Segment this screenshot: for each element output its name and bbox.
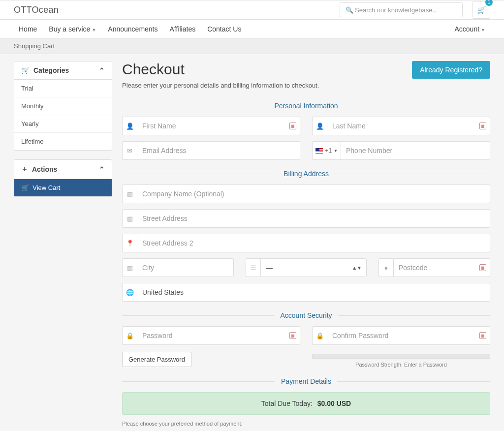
nav-buy-label: Buy a service (49, 25, 90, 33)
view-cart-label: View Cart (32, 184, 60, 191)
us-flag-icon (315, 148, 323, 154)
list-icon: ☰ (246, 258, 260, 277)
street2-input[interactable] (137, 234, 490, 252)
cart-icon: 🛒 (21, 184, 29, 191)
cart-icon: 🛒 (21, 66, 30, 74)
chevron-up-icon: ⌃ (99, 165, 105, 173)
topbar: OTTOcean 🔍 🛒 1 (0, 0, 504, 20)
confirm-password-input[interactable] (327, 326, 490, 345)
caret-down-icon: ▼ (481, 28, 485, 32)
search-input[interactable] (340, 2, 463, 17)
password-strength-label: Password Strength: Enter a Password (312, 362, 490, 368)
plus-icon: ＋ (21, 165, 28, 174)
breadcrumb[interactable]: Shopping Cart (0, 38, 504, 54)
city-input[interactable] (137, 258, 234, 277)
actions-header[interactable]: ＋ Actions ⌃ (14, 160, 112, 179)
caret-down-icon: ▼ (92, 28, 96, 32)
sidebar: 🛒 Categories ⌃ Trial Monthly Yearly Life… (14, 61, 112, 431)
first-name-input[interactable] (137, 117, 300, 135)
building-icon: ▥ (122, 185, 137, 203)
nav-announcements[interactable]: Announcements (103, 21, 162, 37)
action-view-cart[interactable]: 🛒 View Cart (14, 179, 112, 196)
nav-affiliates[interactable]: Affiliates (165, 21, 201, 37)
nav-home[interactable]: Home (14, 21, 42, 37)
lock-icon: 🔒 (122, 326, 137, 345)
category-lifetime[interactable]: Lifetime (14, 133, 112, 150)
page-subtitle: Please enter your personal details and b… (122, 82, 490, 89)
search-wrap: 🔍 (340, 2, 463, 17)
categories-header[interactable]: 🛒 Categories ⌃ (14, 62, 112, 80)
generate-password-button[interactable]: Generate Password (122, 352, 191, 367)
cart-icon: 🛒 (477, 6, 486, 14)
section-personal: Personal Information (268, 102, 344, 110)
category-yearly[interactable]: Yearly (14, 115, 112, 133)
password-input[interactable] (137, 326, 300, 345)
tag-icon: ● (378, 258, 393, 277)
postcode-input[interactable] (393, 258, 490, 277)
nav-contact[interactable]: Contact Us (202, 21, 246, 37)
nav-buy-service[interactable]: Buy a service▼ (44, 21, 101, 37)
company-input[interactable] (137, 185, 490, 203)
already-registered-button[interactable]: Already Registered? (412, 61, 490, 79)
building-icon: ▥ (122, 209, 137, 228)
search-icon: 🔍 (346, 6, 353, 14)
section-billing: Billing Address (278, 170, 335, 178)
chevron-up-icon: ⌃ (99, 66, 105, 74)
cart-button[interactable]: 🛒 1 (472, 1, 490, 19)
mail-icon: ✉ (122, 141, 137, 160)
categories-card: 🛒 Categories ⌃ Trial Monthly Yearly Life… (14, 61, 112, 151)
pin-icon: 📍 (122, 234, 137, 252)
nav-account[interactable]: Account▼ (449, 21, 490, 37)
globe-icon: 🌐 (122, 283, 137, 302)
nav-account-label: Account (454, 25, 479, 33)
phone-country-selector[interactable]: +1 ▼ (312, 141, 341, 160)
state-select[interactable]: — (260, 258, 367, 277)
caret-down-icon: ▼ (334, 149, 338, 153)
total-amount: $0.00 USD (317, 400, 351, 407)
section-payment: Payment Details (275, 377, 337, 385)
total-label: Total Due Today: (261, 400, 313, 407)
brand-logo[interactable]: OTTOcean (14, 5, 59, 15)
category-monthly[interactable]: Monthly (14, 97, 112, 115)
password-strength-bar (312, 354, 490, 359)
total-due-box: Total Due Today: $0.00 USD (122, 392, 490, 415)
section-security: Account Security (274, 311, 338, 319)
building-icon: ▥ (122, 258, 137, 277)
country-input[interactable] (137, 283, 490, 302)
last-name-input[interactable] (327, 117, 490, 135)
content: Already Registered? Checkout Please ente… (122, 61, 490, 431)
navbar: Home Buy a service▼ Announcements Affili… (0, 20, 504, 38)
street1-input[interactable] (137, 209, 490, 228)
categories-title: Categories (33, 66, 69, 74)
email-input[interactable] (137, 141, 300, 160)
phone-input[interactable] (341, 141, 490, 160)
phone-code: +1 (325, 147, 332, 154)
actions-title: Actions (32, 165, 57, 173)
cart-count-badge: 1 (485, 0, 493, 6)
lock-icon: 🔒 (312, 326, 327, 345)
category-trial[interactable]: Trial (14, 80, 112, 97)
actions-card: ＋ Actions ⌃ 🛒 View Cart (14, 159, 112, 197)
user-icon: 👤 (312, 117, 327, 135)
user-icon: 👤 (122, 117, 137, 135)
payment-note: Please choose your preferred method of p… (122, 421, 490, 427)
